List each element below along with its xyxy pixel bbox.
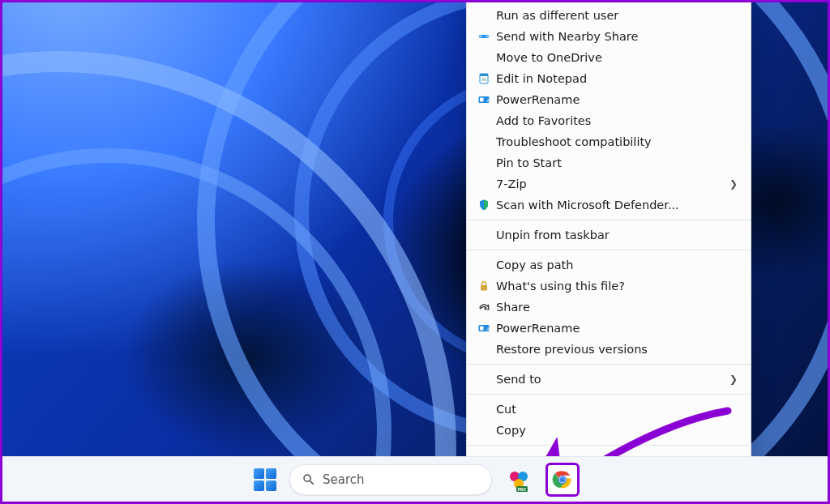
blank-icon: [473, 156, 494, 170]
blank-icon: [473, 113, 494, 128]
notepad-icon: [473, 71, 494, 86]
context-menu-item-run-as-different-user[interactable]: Run as different user: [467, 5, 751, 26]
svg-point-1: [480, 36, 481, 37]
context-menu-label: Edit in Notepad: [494, 72, 738, 85]
blank-icon: [473, 135, 494, 149]
context-menu-label: Copy as path: [494, 258, 738, 271]
search-icon: [302, 472, 316, 487]
context-menu-label: PowerRename: [494, 322, 738, 335]
svg-text:A: A: [486, 327, 490, 331]
context-menu-label: Scan with Microsoft Defender...: [494, 199, 738, 211]
svg-point-2: [486, 36, 487, 37]
context-menu-item-pin-to-start[interactable]: Pin to Start: [467, 152, 751, 173]
context-menu-label: Share: [494, 301, 738, 314]
context-menu-separator: [467, 364, 751, 365]
context-menu-item-add-to-favorites[interactable]: Add to Favorites: [467, 110, 751, 131]
share-icon: [473, 300, 494, 314]
context-menu-item-send-to[interactable]: Send to❯: [467, 369, 751, 390]
context-menu-label: Run as different user: [494, 9, 738, 22]
context-menu-label: Unpin from taskbar: [494, 229, 738, 241]
chevron-right-icon: ❯: [726, 374, 738, 385]
context-menu-label: Send with Nearby Share: [494, 30, 738, 43]
blank-icon: [473, 423, 494, 438]
blank-icon: [473, 8, 494, 23]
svg-rect-12: [480, 327, 484, 331]
context-menu-item-unpin-from-taskbar[interactable]: Unpin from taskbar: [467, 224, 751, 246]
svg-rect-8: [480, 98, 484, 102]
context-menu-label: Pin to Start: [494, 156, 738, 169]
context-menu-item-move-to-onedrive[interactable]: Move to OneDrive: [467, 47, 751, 68]
svg-text:A: A: [486, 98, 490, 103]
svg-rect-4: [480, 74, 488, 76]
blank-icon: [473, 372, 494, 387]
context-menu-item-scan-with-microsoft-defender[interactable]: Scan with Microsoft Defender...: [467, 194, 751, 216]
context-menu-item-share[interactable]: Share: [467, 297, 751, 318]
context-menu-separator: [467, 394, 751, 395]
taskbar: Search PRE: [2, 456, 828, 502]
context-menu-item-what-s-using-this-file[interactable]: What's using this file?: [467, 275, 751, 297]
context-menu-label: PowerRename: [494, 93, 738, 106]
search-placeholder: Search: [323, 472, 365, 487]
context-menu-item-powerrename[interactable]: APowerRename: [467, 318, 751, 339]
context-menu-item-7-zip[interactable]: 7-Zip❯: [467, 173, 751, 194]
chrome-taskbar-icon[interactable]: [545, 463, 580, 497]
context-menu-label: What's using this file?: [494, 280, 738, 293]
lock-icon: [473, 279, 494, 293]
chevron-right-icon: ❯: [726, 178, 738, 190]
blank-icon: [473, 258, 494, 272]
blank-icon: [473, 342, 494, 357]
context-menu-label: 7-Zip: [494, 177, 726, 190]
context-menu-item-troubleshoot-compatibility[interactable]: Troubleshoot compatibility: [467, 131, 751, 152]
context-menu-item-cut[interactable]: Cut: [467, 399, 751, 420]
start-button[interactable]: [250, 465, 280, 494]
context-menu-separator: [467, 445, 751, 446]
blank-icon: [473, 177, 494, 191]
powerrename-icon: A: [473, 321, 494, 335]
context-menu-item-send-with-nearby-share[interactable]: Send with Nearby Share: [467, 26, 751, 47]
svg-rect-10: [481, 285, 487, 291]
context-menu-label: Move to OneDrive: [494, 51, 738, 64]
blank-icon: [473, 402, 494, 416]
context-menu-item-copy[interactable]: Copy: [467, 420, 751, 441]
svg-text:PRE: PRE: [518, 486, 527, 491]
copilot-preview-icon[interactable]: PRE: [502, 463, 536, 497]
context-menu-separator: [467, 250, 751, 250]
context-menu-label: Restore previous versions: [494, 343, 738, 356]
blank-icon: [473, 50, 494, 65]
context-menu-separator: [467, 220, 751, 220]
context-menu-item-powerrename[interactable]: APowerRename: [467, 89, 751, 110]
context-menu-label: Send to: [494, 373, 726, 386]
context-menu: Run as different userSend with Nearby Sh…: [466, 1, 751, 504]
context-menu-item-edit-in-notepad[interactable]: Edit in Notepad: [467, 68, 751, 89]
powerrename-icon: A: [473, 92, 494, 107]
svg-point-22: [560, 476, 566, 482]
nearby-icon: [473, 29, 494, 44]
defender-icon: [473, 198, 494, 212]
context-menu-label: Add to Favorites: [494, 114, 738, 127]
blank-icon: [473, 228, 494, 242]
context-menu-item-copy-as-path[interactable]: Copy as path: [467, 254, 751, 275]
context-menu-item-restore-previous-versions[interactable]: Restore previous versions: [467, 339, 751, 360]
context-menu-label: Copy: [494, 424, 738, 437]
context-menu-label: Troubleshoot compatibility: [494, 135, 738, 148]
search-input[interactable]: Search: [289, 464, 492, 495]
context-menu-label: Cut: [494, 403, 738, 416]
